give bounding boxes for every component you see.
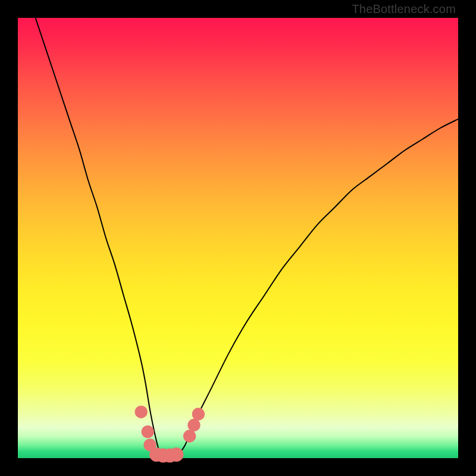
curve-layer <box>18 18 458 458</box>
curve-marker <box>187 419 200 431</box>
curve-markers <box>135 406 205 463</box>
watermark-text: TheBottleneck.com <box>352 2 456 16</box>
curve-marker <box>135 406 148 418</box>
curve-marker <box>142 425 154 438</box>
plot-area <box>18 18 458 458</box>
curve-marker <box>169 447 183 462</box>
bottleneck-curve <box>36 18 458 457</box>
chart-frame: TheBottleneck.com <box>0 0 476 476</box>
curve-marker <box>192 408 205 420</box>
curve-marker <box>183 430 196 442</box>
